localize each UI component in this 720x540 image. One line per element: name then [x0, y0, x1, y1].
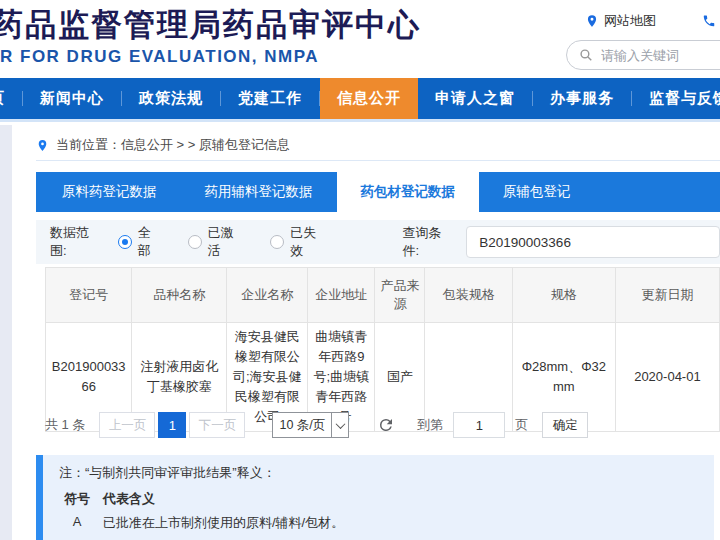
col-update-date: 更新日期 — [615, 268, 719, 323]
col-product-origin: 产品来源 — [375, 268, 425, 323]
nav-item-party[interactable]: 党建工作 — [221, 78, 319, 119]
radio-expired[interactable]: 已失效 — [270, 224, 326, 260]
note-symbol-header: 符号 — [59, 490, 95, 508]
nav-item-home[interactable]: 首页 — [0, 78, 22, 119]
radio-activated-label: 已激活 — [208, 224, 244, 260]
radio-all-label: 全部 — [138, 224, 162, 260]
location-pin-icon — [36, 138, 49, 153]
query-condition-label: 查询条件: — [403, 224, 457, 260]
nav-item-news[interactable]: 新闻中心 — [23, 78, 121, 119]
site-title: 药品监督管理局药品审评中心 — [0, 4, 421, 46]
location-pin-icon — [585, 14, 599, 28]
page-size-value: 10 条/页 — [273, 417, 331, 434]
col-registration-no: 登记号 — [46, 268, 132, 323]
tab-bar: 原料药登记数据 药用辅料登记数据 药包材登记数据 原辅包登记 — [36, 172, 720, 212]
next-page-button[interactable]: 下一页 — [189, 412, 245, 438]
nav-item-info-disclosure[interactable]: 信息公开 — [320, 78, 418, 119]
note-symbol: A — [59, 514, 95, 532]
note-meaning-header: 代表含义 — [103, 490, 155, 508]
registration-table: 登记号 品种名称 企业名称 企业地址 产品来源 包装规格 规格 更新日期 B20… — [45, 267, 720, 432]
query-input[interactable] — [466, 226, 720, 258]
site-subtitle-en: R FOR DRUG EVALUATION, NMPA — [0, 47, 319, 67]
note-header-row: 符号 代表含义 — [59, 490, 704, 508]
tab-api-data[interactable]: 原料药登记数据 — [38, 172, 181, 212]
goto-page-suffix: 页 — [515, 416, 528, 434]
data-scope-label: 数据范围: — [50, 224, 104, 260]
header-links: 网站地图 联系 — [585, 12, 720, 30]
goto-page-label: 到第 — [417, 416, 443, 434]
refresh-icon — [377, 416, 395, 434]
search-input[interactable] — [601, 48, 720, 63]
radio-icon — [188, 235, 202, 249]
site-header: 药品监督管理局药品审评中心 R FOR DRUG EVALUATION, NMP… — [0, 0, 720, 78]
note-item-a: A 已批准在上市制剂使用的原料/辅料/包材。 — [59, 514, 704, 532]
contact-link[interactable]: 联系 — [702, 12, 720, 30]
col-product-name: 品种名称 — [132, 268, 227, 323]
radio-icon — [270, 235, 284, 249]
prev-page-button[interactable]: 上一页 — [99, 412, 155, 438]
col-company-address: 企业地址 — [308, 268, 375, 323]
goto-page-input[interactable] — [453, 412, 505, 438]
nav-inner: 首页 新闻中心 政策法规 党建工作 信息公开 申请人之窗 办事服务 监督与反馈 — [0, 78, 720, 119]
note-title: 注：“与制剂共同审评审批结果”释义： — [59, 464, 704, 482]
filter-bar: 数据范围: 全部 已激活 已失效 查询条件: — [36, 220, 720, 264]
radio-expired-label: 已失效 — [290, 224, 326, 260]
nav-item-applicant[interactable]: 申请人之窗 — [418, 78, 532, 119]
breadcrumb-divider — [36, 160, 720, 161]
nav-item-policy[interactable]: 政策法规 — [122, 78, 220, 119]
sitemap-link-label: 网站地图 — [604, 12, 656, 30]
chevron-down-icon — [331, 413, 348, 437]
phone-icon — [702, 14, 716, 28]
scope-radio-group: 全部 已激活 已失效 — [118, 224, 327, 260]
total-count: 共 1 条 — [45, 416, 85, 434]
col-spec: 规格 — [512, 268, 615, 323]
nav-item-supervision[interactable]: 监督与反馈 — [632, 78, 720, 119]
cell-update-date: 2020-04-01 — [615, 323, 719, 432]
pagination: 共 1 条 上一页 1 下一页 10 条/页 到第 页 确定 — [45, 412, 588, 438]
note-box: 注：“与制剂共同审评审批结果”释义： 符号 代表含义 A 已批准在上市制剂使用的… — [36, 455, 714, 540]
refresh-button[interactable] — [377, 416, 395, 434]
page-edge-strip — [0, 125, 12, 540]
confirm-button[interactable]: 确定 — [542, 412, 588, 438]
col-packaging-spec: 包装规格 — [425, 268, 512, 323]
search-icon — [579, 48, 593, 62]
page-root: 药品监督管理局药品审评中心 R FOR DRUG EVALUATION, NMP… — [0, 0, 720, 540]
main-nav: 首页 新闻中心 政策法规 党建工作 信息公开 申请人之窗 办事服务 监督与反馈 — [0, 78, 720, 122]
site-search[interactable] — [566, 40, 720, 70]
breadcrumb-text: 当前位置：信息公开 > > 原辅包登记信息 — [56, 136, 290, 154]
tab-packaging-data[interactable]: 药包材登记数据 — [337, 172, 480, 212]
radio-activated[interactable]: 已激活 — [188, 224, 244, 260]
page-size-select[interactable]: 10 条/页 — [272, 412, 349, 438]
breadcrumb: 当前位置：信息公开 > > 原辅包登记信息 — [36, 136, 290, 154]
radio-icon — [118, 235, 132, 249]
page-number-1[interactable]: 1 — [158, 412, 186, 438]
sitemap-link[interactable]: 网站地图 — [585, 12, 656, 30]
col-company-name: 企业名称 — [227, 268, 308, 323]
table-header-row: 登记号 品种名称 企业名称 企业地址 产品来源 包装规格 规格 更新日期 — [46, 268, 720, 323]
note-meaning: 已批准在上市制剂使用的原料/辅料/包材。 — [103, 514, 344, 532]
tab-registration[interactable]: 原辅包登记 — [479, 172, 595, 212]
radio-all[interactable]: 全部 — [118, 224, 162, 260]
nav-item-services[interactable]: 办事服务 — [533, 78, 631, 119]
tab-excipient-data[interactable]: 药用辅料登记数据 — [181, 172, 337, 212]
